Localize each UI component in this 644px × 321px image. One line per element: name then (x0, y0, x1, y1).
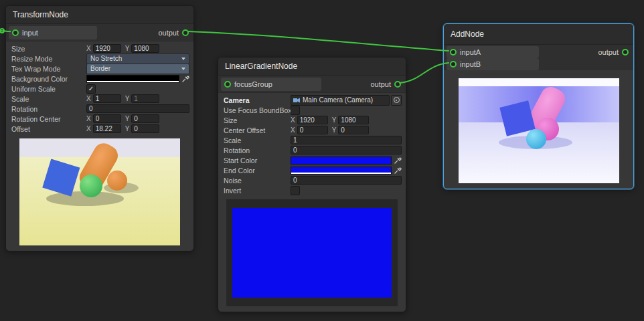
transform-node-title: TransformNode (13, 10, 68, 19)
eyedropper-icon[interactable] (394, 167, 402, 174)
field-label: Start Color (224, 156, 291, 165)
rotation-row: Rotation (11, 104, 189, 113)
use-focus-boundbox-checkbox[interactable] (291, 106, 300, 115)
focus-group-port-label: focusGroup (234, 80, 272, 88)
offset-x-input[interactable] (93, 124, 121, 133)
transform-node[interactable]: TransformNode input output Size X Y Resi… (5, 5, 194, 251)
output-port-icon[interactable] (394, 81, 401, 88)
add-node-ports-row1: inputA output (444, 45, 633, 58)
noise-input[interactable] (291, 176, 402, 185)
transform-output-port[interactable]: output (158, 29, 191, 37)
center-offset-y-input[interactable] (338, 126, 369, 134)
rotation-row: Rotation (224, 146, 402, 154)
tex-wrap-mode-row: Tex Wrap Mode Border (11, 64, 189, 73)
input-b-port[interactable]: inputB (447, 58, 539, 70)
output-port-label: output (158, 29, 179, 37)
size-x-input[interactable] (297, 116, 328, 124)
field-label: Center Offset (224, 126, 291, 134)
size-y-input[interactable] (131, 44, 159, 53)
add-node-ports-row2: inputB (444, 58, 633, 70)
input-a-port[interactable]: inputA (447, 46, 539, 58)
linear-gradient-node[interactable]: LinearGradientNode focusGroup output Cam… (218, 57, 406, 312)
rotation-center-row: Rotation Center X Y (11, 114, 189, 123)
transform-node-title-bar[interactable]: TransformNode (6, 6, 193, 24)
field-label: Rotation (11, 105, 86, 113)
offscreen-port-icon[interactable] (0, 29, 4, 33)
output-port-label: output (598, 48, 619, 56)
axis-x-label: X (86, 45, 91, 52)
input-port-icon[interactable] (12, 29, 19, 36)
axis-x-label: X (86, 125, 91, 132)
field-label: Tex Wrap Mode (11, 65, 86, 73)
check-icon: ✓ (88, 86, 94, 92)
end-color-swatch[interactable] (291, 167, 392, 175)
scale-row: Scale X Y (11, 94, 189, 103)
focus-group-port[interactable]: focusGroup (221, 78, 321, 91)
axis-y-label: Y (332, 116, 337, 124)
eyedropper-icon[interactable] (182, 75, 189, 82)
gradient-output-port[interactable]: output (370, 80, 403, 88)
resize-mode-dropdown[interactable]: No Stretch (86, 54, 189, 64)
tex-wrap-mode-dropdown[interactable]: Border (86, 64, 189, 74)
output-port-label: output (370, 80, 391, 88)
field-label: Scale (224, 136, 291, 144)
scale-y-input (131, 94, 159, 103)
use-focus-boundbox-row: Use Focus BoundBox (224, 106, 402, 114)
size-y-input[interactable] (338, 116, 369, 124)
center-offset-row: Center Offset X Y (224, 126, 402, 134)
axis-x-label: X (86, 95, 91, 102)
scale-input[interactable] (291, 136, 402, 144)
input-b-port-icon[interactable] (450, 61, 457, 68)
scale-row: Scale (224, 136, 402, 144)
alpha-strip (87, 81, 179, 82)
output-port-icon[interactable] (182, 29, 189, 36)
gradient-preview-frame (226, 199, 398, 306)
field-label: Rotation (224, 146, 291, 154)
rotation-center-x-input[interactable] (93, 114, 121, 123)
field-label: Camera (224, 96, 291, 104)
offset-row: Offset X Y (11, 124, 189, 133)
background-color-row: Background Color (11, 74, 189, 83)
transform-input-port[interactable]: input (9, 26, 97, 39)
invert-checkbox[interactable] (291, 186, 300, 195)
start-color-swatch[interactable] (291, 156, 392, 165)
field-label: Scale (11, 95, 86, 103)
rotation-input[interactable] (291, 146, 402, 154)
size-x-input[interactable] (93, 44, 121, 53)
background-color-swatch[interactable] (86, 75, 179, 83)
input-a-port-icon[interactable] (450, 49, 457, 56)
axis-y-label: Y (125, 125, 130, 132)
object-picker-icon[interactable] (391, 95, 402, 106)
camera-object-value: Main Camera (Camera) (303, 96, 373, 104)
eyedropper-icon[interactable] (394, 156, 402, 164)
end-color-row: End Color (224, 166, 402, 175)
linear-gradient-node-title: LinearGradientNode (225, 62, 297, 71)
edge-gradient-to-add-inputb[interactable] (400, 63, 449, 83)
uniform-scale-checkbox[interactable]: ✓ (86, 84, 96, 94)
rotation-center-y-input[interactable] (131, 114, 159, 123)
field-label: Uniform Scale (11, 85, 86, 93)
axis-x-label: X (86, 115, 91, 122)
center-offset-x-input[interactable] (297, 126, 328, 134)
axis-y-label: Y (125, 95, 130, 102)
linear-gradient-node-title-bar[interactable]: LinearGradientNode (218, 58, 406, 76)
axis-y-label: Y (125, 115, 130, 122)
field-label: Noise (224, 177, 291, 185)
focus-group-port-icon[interactable] (224, 81, 231, 88)
node-graph-canvas[interactable]: TransformNode input output Size X Y Resi… (0, 0, 644, 321)
offset-y-input[interactable] (131, 124, 159, 133)
axis-y-label: Y (125, 45, 130, 52)
axis-x-label: X (291, 126, 295, 134)
rotation-input[interactable] (86, 104, 189, 113)
transform-node-ports: input output (6, 24, 193, 41)
add-output-port[interactable]: output (598, 48, 631, 56)
scale-x-input[interactable] (93, 94, 121, 103)
field-label: Background Color (11, 75, 86, 83)
gradient-preview (232, 208, 392, 298)
output-port-icon[interactable] (622, 49, 629, 56)
camera-object-field[interactable]: Main Camera (Camera) (291, 95, 390, 106)
add-node-title-bar[interactable]: AddNode (444, 24, 633, 45)
noise-row: Noise (224, 176, 402, 185)
edge-transform-to-add-inputa[interactable] (188, 31, 449, 51)
add-node[interactable]: AddNode inputA output inputB (443, 23, 634, 189)
